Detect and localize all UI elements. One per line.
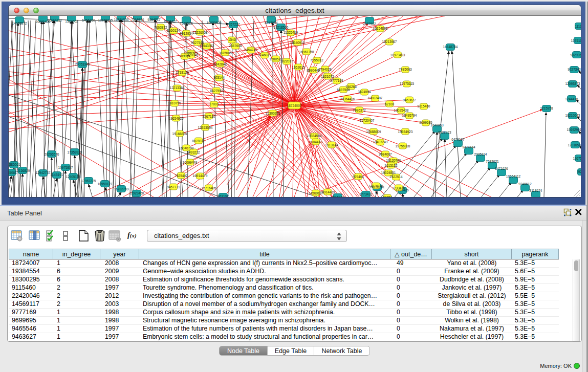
svg-text:1385061: 1385061	[9, 163, 20, 166]
svg-text:8427552: 8427552	[210, 89, 223, 93]
svg-text:12093873: 12093873	[565, 82, 580, 85]
svg-text:746266: 746266	[345, 85, 357, 89]
svg-text:7625402: 7625402	[175, 174, 188, 178]
svg-text:16154808: 16154808	[373, 27, 388, 30]
svg-text:19524851: 19524851	[381, 171, 396, 174]
svg-text:963102: 963102	[217, 194, 229, 197]
svg-text:6466160: 6466160	[82, 18, 95, 22]
svg-text:9463627: 9463627	[403, 98, 416, 102]
svg-text:12156829: 12156829	[15, 169, 30, 172]
svg-text:9329966: 9329966	[570, 53, 581, 57]
svg-text:17975115: 17975115	[400, 82, 415, 85]
svg-text:20206576: 20206576	[45, 152, 59, 156]
svg-text:10688609: 10688609	[366, 130, 381, 134]
svg-text:7955812: 7955812	[310, 58, 323, 62]
svg-text:7986372: 7986372	[353, 108, 366, 112]
svg-text:8118674: 8118674	[530, 189, 542, 192]
svg-text:10543362: 10543362	[200, 44, 214, 48]
svg-text:10807487: 10807487	[368, 96, 383, 100]
svg-text:14569117: 14569117	[309, 191, 323, 195]
svg-text:19166825: 19166825	[172, 132, 187, 136]
svg-text:9084007: 9084007	[379, 152, 392, 156]
svg-text:3215958: 3215958	[540, 106, 553, 110]
svg-text:17016504: 17016504	[568, 143, 581, 147]
svg-text:62100: 62100	[385, 102, 394, 106]
svg-text:15720407: 15720407	[360, 119, 375, 122]
svg-text:16648784: 16648784	[443, 45, 458, 49]
svg-text:8904413: 8904413	[309, 140, 322, 144]
svg-text:20364436: 20364436	[340, 97, 355, 101]
svg-text:8454749: 8454749	[244, 48, 257, 52]
svg-text:8813054: 8813054	[265, 21, 278, 25]
svg-text:13495794: 13495794	[402, 114, 417, 117]
svg-text:14055572: 14055572	[12, 21, 27, 25]
svg-text:9777169: 9777169	[330, 79, 343, 82]
svg-text:18724007: 18724007	[287, 104, 302, 107]
svg-text:9464717: 9464717	[147, 18, 161, 21]
svg-text:11325419: 11325419	[284, 31, 298, 34]
svg-text:9242848: 9242848	[213, 62, 227, 66]
svg-text:18407249: 18407249	[373, 140, 388, 144]
svg-text:15751074: 15751074	[571, 39, 581, 42]
svg-text:2367608: 2367608	[229, 44, 242, 48]
svg-text:1615132: 1615132	[384, 164, 398, 167]
svg-text:20053346: 20053346	[75, 62, 90, 66]
svg-text:3267110: 3267110	[203, 115, 215, 118]
svg-text:19218506: 19218506	[274, 26, 289, 29]
svg-text:803144: 803144	[213, 76, 225, 79]
svg-text:9146821: 9146821	[258, 53, 271, 57]
svg-text:1244415: 1244415	[565, 97, 578, 101]
svg-text:3875685: 3875685	[219, 51, 232, 55]
svg-text:16782759: 16782759	[114, 187, 129, 191]
svg-text:2087682: 2087682	[363, 22, 376, 26]
svg-text:1810755: 1810755	[168, 101, 181, 105]
svg-text:8878332: 8878332	[192, 139, 205, 143]
svg-text:17003: 17003	[209, 102, 219, 106]
svg-text:8938923: 8938923	[438, 130, 451, 134]
svg-text:9457771: 9457771	[167, 185, 180, 189]
svg-text:13226058: 13226058	[193, 31, 208, 34]
svg-text:12905135: 12905135	[66, 175, 81, 179]
svg-text:16099449: 16099449	[183, 161, 198, 164]
svg-text:2718129: 2718129	[176, 71, 189, 74]
svg-text:10958127: 10958127	[98, 182, 113, 186]
svg-text:9227343: 9227343	[568, 68, 581, 71]
svg-text:7515526: 7515526	[180, 21, 193, 25]
svg-text:9245: 9245	[578, 170, 581, 173]
svg-text:19654923: 19654923	[398, 130, 413, 134]
svg-text:19654925: 19654925	[169, 117, 184, 120]
svg-text:9474444: 9474444	[462, 145, 475, 149]
svg-text:10719185: 10719185	[98, 18, 113, 22]
svg-text:8990448: 8990448	[307, 69, 320, 72]
svg-text:7632621: 7632621	[486, 160, 499, 163]
svg-text:9245612: 9245612	[518, 182, 532, 186]
svg-text:2522514: 2522514	[389, 175, 403, 179]
svg-text:6497508: 6497508	[337, 88, 350, 92]
svg-text:15300275: 15300275	[266, 112, 280, 115]
svg-text:2935114: 2935114	[474, 152, 487, 156]
svg-text:7515526: 7515526	[131, 18, 144, 21]
svg-text:1145191: 1145191	[51, 173, 63, 177]
svg-text:17957225: 17957225	[81, 179, 96, 183]
svg-text:16033809: 16033809	[207, 21, 222, 25]
svg-text:12942737: 12942737	[36, 171, 51, 174]
svg-text:10654112: 10654112	[506, 174, 521, 178]
svg-text:11124: 11124	[575, 25, 581, 28]
svg-text:16671355: 16671355	[114, 18, 129, 21]
svg-text:15692951: 15692951	[567, 128, 581, 132]
svg-text:16046798: 16046798	[179, 146, 194, 150]
svg-text:1621072: 1621072	[321, 75, 334, 78]
svg-text:16120746: 16120746	[386, 159, 401, 162]
svg-text:7663822: 7663822	[154, 26, 167, 29]
svg-text:10975857: 10975857	[58, 166, 73, 169]
svg-text:9912954: 9912954	[180, 32, 193, 35]
svg-text:9699695: 9699695	[419, 121, 432, 124]
svg-text:1913144: 1913144	[325, 143, 338, 147]
svg-text:10553287: 10553287	[48, 19, 62, 23]
svg-text:1773421: 1773421	[359, 192, 373, 196]
svg-text:1362615: 1362615	[292, 65, 305, 69]
svg-text:13353594: 13353594	[198, 126, 213, 129]
svg-text:23420046: 23420046	[184, 53, 199, 57]
svg-text:1527602: 1527602	[65, 19, 78, 23]
svg-text:1822017: 1822017	[280, 59, 293, 63]
